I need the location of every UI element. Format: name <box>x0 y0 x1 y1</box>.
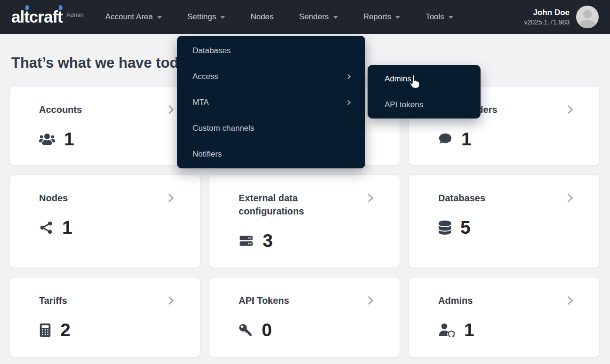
card-title: Admins <box>438 294 565 307</box>
card-title: Tariffs <box>39 294 166 307</box>
nav-item-reports[interactable]: Reports <box>363 12 401 22</box>
caret-down-icon <box>449 16 453 19</box>
count-row: 0 <box>239 320 375 340</box>
share-icon <box>39 221 53 235</box>
menu-item-label: MTA <box>193 98 209 107</box>
nav-item-tools[interactable]: Tools <box>425 12 453 22</box>
menu-item-databases[interactable]: Databases <box>177 38 365 63</box>
chevron-right-icon <box>164 103 177 118</box>
card-external-data-configurations[interactable]: External data configurations 3 <box>209 174 400 268</box>
card-api-tokens[interactable]: API Tokens 0 <box>209 277 400 357</box>
card-count: 5 <box>460 217 471 238</box>
menu-item-notifiers[interactable]: Notifiers <box>177 141 365 167</box>
card-title: Accounts <box>39 103 166 116</box>
main-nav: Account Area Settings Nodes Senders Repo… <box>105 12 453 22</box>
card-count: 1 <box>64 129 74 150</box>
submenu-item-api-tokens[interactable]: API tokens <box>368 92 481 118</box>
card-title: Nodes <box>39 191 166 205</box>
menu-item-label: Custom channels <box>193 124 254 133</box>
top-navbar: altcraft Admin Account Area Settings Nod… <box>0 0 610 34</box>
calculator-icon <box>39 323 51 337</box>
app-version: v2025.1.71.983 <box>524 18 570 27</box>
avatar[interactable] <box>576 6 599 28</box>
nav-item-label: Settings <box>187 12 216 22</box>
count-row: 5 <box>438 217 575 238</box>
card-nodes[interactable]: Nodes 1 <box>9 174 201 268</box>
nav-item-senders[interactable]: Senders <box>299 12 337 22</box>
menu-item-label: Notifiers <box>193 150 222 159</box>
server-icon <box>239 234 254 248</box>
card-databases[interactable]: Databases 5 <box>409 174 600 268</box>
chevron-right-icon <box>563 294 576 309</box>
logo-text: altcraft <box>11 8 63 26</box>
caret-down-icon <box>333 16 338 19</box>
menu-item-label: Admins <box>385 74 411 84</box>
card-title: External data configurations <box>239 191 366 218</box>
menu-item-access[interactable]: Access <box>177 63 365 89</box>
chevron-right-icon <box>563 192 576 206</box>
count-row: 1 <box>438 320 575 340</box>
altcraft-logo[interactable]: altcraft Admin <box>11 8 84 26</box>
card-count: 1 <box>464 320 474 340</box>
user-area: John Doe v2025.1.71.983 <box>524 6 599 28</box>
caret-down-icon <box>395 16 400 19</box>
card-accounts[interactable]: Accounts 1 <box>9 86 201 166</box>
menu-item-label: Access <box>193 72 218 81</box>
menu-item-label: API tokens <box>385 100 423 110</box>
user-shield-icon <box>438 323 455 337</box>
nav-item-label: Senders <box>299 12 329 22</box>
chevron-right-icon <box>164 192 177 206</box>
card-count: 3 <box>263 230 273 251</box>
nav-item-label: Reports <box>363 12 392 22</box>
card-count: 1 <box>461 129 472 150</box>
card-count: 0 <box>262 320 272 340</box>
card-tariffs[interactable]: Tariffs 2 <box>9 277 201 357</box>
key-icon <box>239 323 253 337</box>
card-admins[interactable]: Admins 1 <box>409 277 600 357</box>
card-count: 1 <box>62 217 72 238</box>
database-icon <box>438 221 451 235</box>
count-row: 2 <box>39 320 176 340</box>
count-row: 1 <box>39 217 176 238</box>
comment-icon <box>438 132 452 146</box>
count-row: 1 <box>39 129 176 150</box>
chevron-right-icon <box>164 294 177 309</box>
caret-down-icon <box>157 16 162 19</box>
count-row: 3 <box>239 230 375 251</box>
submenu-chevron-right-icon <box>345 73 352 80</box>
card-title: API Tokens <box>239 294 366 307</box>
nav-item-label: Nodes <box>250 12 273 22</box>
submenu-chevron-right-icon <box>345 99 352 106</box>
count-row: 1 <box>438 129 575 150</box>
logo-admin-badge: Admin <box>66 11 84 18</box>
card-title: Databases <box>438 191 565 205</box>
chevron-right-icon <box>563 103 576 118</box>
user-name: John Doe <box>524 8 570 18</box>
nav-item-label: Account Area <box>105 12 153 22</box>
users-icon <box>39 133 55 146</box>
nav-item-nodes[interactable]: Nodes <box>250 12 273 22</box>
card-count: 2 <box>60 320 71 340</box>
chevron-right-icon <box>364 294 376 309</box>
access-submenu: Admins API tokens <box>368 65 481 119</box>
nav-item-account-area[interactable]: Account Area <box>105 12 162 22</box>
caret-down-icon <box>220 16 225 19</box>
menu-item-mta[interactable]: MTA <box>177 89 365 115</box>
menu-item-label: Databases <box>193 46 231 55</box>
submenu-item-admins[interactable]: Admins <box>368 66 481 92</box>
user-meta: John Doe v2025.1.71.983 <box>524 8 570 27</box>
menu-item-custom-channels[interactable]: Custom channels <box>177 115 365 141</box>
nav-item-settings[interactable]: Settings <box>187 12 225 22</box>
nav-item-label: Tools <box>425 12 444 22</box>
settings-dropdown-menu: Databases Access MTA Custom channels Not… <box>177 36 365 168</box>
chevron-right-icon <box>364 192 376 206</box>
